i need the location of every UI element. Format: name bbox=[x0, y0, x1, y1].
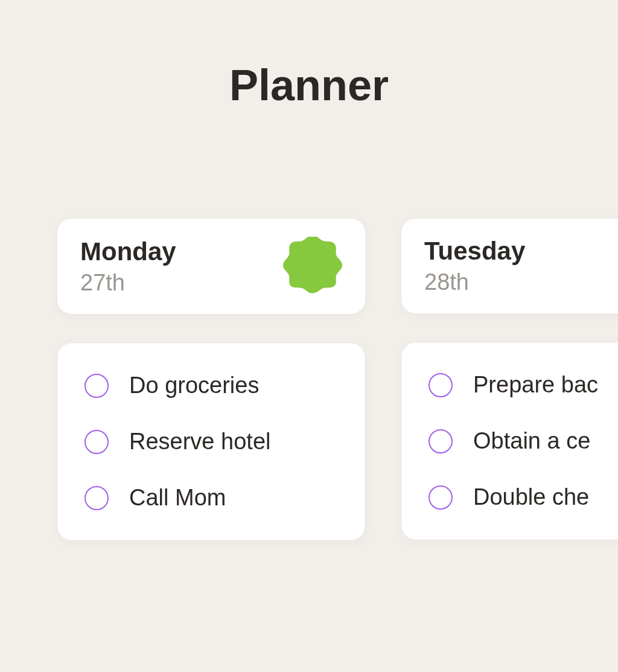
task-label: Obtain a ce bbox=[473, 428, 590, 454]
task-item[interactable]: Obtain a ce bbox=[428, 428, 618, 454]
task-item[interactable]: Do groceries bbox=[84, 373, 338, 398]
tasks-card-monday: Do groceries Reserve hotel Call Mom bbox=[57, 343, 365, 540]
task-checkbox[interactable] bbox=[428, 429, 453, 453]
day-header-monday[interactable]: Monday 27th bbox=[57, 219, 365, 314]
task-checkbox[interactable] bbox=[84, 486, 109, 510]
task-item[interactable]: Call Mom bbox=[84, 485, 338, 511]
tasks-card-tuesday: Prepare bac Obtain a ce Double che bbox=[401, 342, 618, 540]
task-label: Do groceries bbox=[129, 373, 259, 398]
task-label: Reserve hotel bbox=[129, 429, 270, 455]
seal-badge-icon bbox=[283, 237, 342, 296]
task-item[interactable]: Reserve hotel bbox=[84, 429, 338, 455]
day-date: 28th bbox=[424, 269, 525, 295]
day-column-tuesday: Tuesday 28th Prepare bac Obtain a ce Dou… bbox=[401, 219, 618, 540]
days-row: Monday 27th Do groceries Reserve hotel bbox=[0, 219, 618, 540]
page-title: Planner bbox=[0, 60, 618, 110]
day-date: 27th bbox=[80, 270, 176, 296]
day-header-tuesday[interactable]: Tuesday 28th bbox=[401, 219, 618, 313]
day-header-text: Tuesday 28th bbox=[424, 237, 525, 295]
task-label: Double che bbox=[473, 484, 589, 510]
day-name: Tuesday bbox=[424, 237, 525, 266]
task-checkbox[interactable] bbox=[428, 373, 453, 397]
task-label: Call Mom bbox=[129, 485, 226, 511]
task-checkbox[interactable] bbox=[428, 485, 453, 510]
day-name: Monday bbox=[80, 237, 176, 266]
task-item[interactable]: Double che bbox=[428, 484, 618, 510]
task-checkbox[interactable] bbox=[84, 374, 109, 398]
day-column-monday: Monday 27th Do groceries Reserve hotel bbox=[57, 219, 365, 540]
task-item[interactable]: Prepare bac bbox=[428, 372, 618, 398]
day-header-text: Monday 27th bbox=[80, 237, 176, 296]
task-checkbox[interactable] bbox=[84, 430, 109, 454]
task-label: Prepare bac bbox=[473, 372, 598, 398]
